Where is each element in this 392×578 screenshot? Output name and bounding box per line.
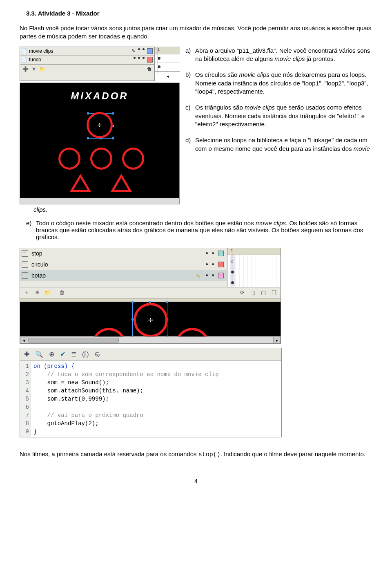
scrollbar[interactable]: ◂ ▸ <box>20 336 281 343</box>
dot-icon <box>206 274 208 276</box>
code-hint-icon[interactable]: (⁅) <box>82 350 89 358</box>
layer-fold-icon[interactable] <box>22 272 28 279</box>
clips-continuation: clips. <box>33 206 372 213</box>
scroll-left-icon[interactable]: ◂ <box>20 337 27 344</box>
playhead-icon <box>158 47 158 73</box>
center-frame-icon[interactable]: ⟳ <box>239 289 245 296</box>
registration-icon: ✢ <box>98 122 102 128</box>
dot-icon <box>212 252 214 254</box>
layer-fold-icon[interactable] <box>22 261 28 268</box>
onion-skin-icon[interactable]: ⬚ <box>249 289 256 296</box>
layer-name: fundo <box>28 57 134 63</box>
layer-color-swatch <box>147 57 153 63</box>
add-script-icon[interactable]: ✚ <box>24 350 29 358</box>
target-icon[interactable]: ⊕ <box>49 350 54 358</box>
final-paragraph: Nos filmes, a primeira camada está reser… <box>20 450 372 459</box>
list-item-c: Os triângulos são movie clips que serão … <box>195 103 372 129</box>
figure-timeline-stage: 📄 movie clips ✎ 📄 fundo <box>20 47 180 204</box>
mixador-main-circle: ✢ <box>87 112 113 138</box>
list-item-d: Selecione os loops na biblioteca e faça … <box>195 136 372 153</box>
actions-toolbar: ✚ 🔍 ⊕ ✔ ≣ (⁅) ୠ <box>20 348 281 361</box>
dot-icon <box>138 48 140 50</box>
list-label: e) <box>20 220 36 240</box>
pencil-icon <box>196 273 202 278</box>
scrollbar[interactable] <box>20 198 179 204</box>
stage-title: MIXADOR <box>20 83 179 102</box>
mixador-effect-triangle <box>70 174 91 192</box>
mixador-loop-circle <box>90 148 112 170</box>
pencil-icon: ✎ <box>131 48 136 54</box>
mixador-loop-circle <box>58 148 80 170</box>
dot-icon <box>143 57 145 59</box>
actions-panel: ✚ 🔍 ⊕ ✔ ≣ (⁅) ୠ 1 2 3 4 5 6 7 8 9 on (pr… <box>20 348 282 437</box>
stage-preview-2: ✢ ◂ ▸ <box>20 298 281 344</box>
mixador-main-circle: ✢ <box>134 303 168 337</box>
add-motion-guide-icon[interactable]: ✳ <box>34 289 40 296</box>
add-guide-icon[interactable]: ✳ <box>32 66 36 72</box>
intro-paragraph: No Flash você pode tocar vários sons jun… <box>20 24 372 41</box>
layer-icon: 📄 <box>21 56 27 63</box>
dot-icon <box>206 263 208 265</box>
add-folder-icon[interactable]: 📁 <box>39 66 45 72</box>
registration-icon: ✢ <box>148 317 153 323</box>
layer-name: circulo <box>30 261 206 268</box>
scroll-right-icon[interactable]: ▸ <box>273 337 281 344</box>
layer-color-swatch <box>218 273 224 278</box>
layer-name: botao <box>30 272 196 279</box>
keyframe-icon <box>231 281 234 284</box>
edit-multiple-icon[interactable]: ⟦⟧ <box>271 289 277 296</box>
dot-icon <box>134 57 136 59</box>
line-gutter: 1 2 3 4 5 6 7 8 9 <box>20 361 31 437</box>
dot-icon <box>143 48 145 50</box>
stage-preview: MIXADOR ✢ <box>20 83 180 204</box>
page-number: 4 <box>20 478 372 484</box>
mixador-effect-triangle <box>111 174 132 192</box>
list-label: c) <box>185 103 195 129</box>
list-item-a: Abra o arquivo "p11_ativ3.fla". Nele voc… <box>195 47 372 63</box>
frame-nav-icon[interactable]: ◂ <box>167 74 169 78</box>
add-layer-icon[interactable]: ＋ <box>23 289 30 296</box>
dot-icon <box>212 274 214 276</box>
layer-fold-icon[interactable] <box>22 250 28 257</box>
keyframe-icon <box>158 65 160 68</box>
section-heading: 3.3. Atividade 3 - Mixador <box>26 10 372 17</box>
trash-icon[interactable]: 🗑 <box>147 66 152 72</box>
list-label: a) <box>185 47 195 63</box>
dot-icon <box>206 252 208 254</box>
figure-timeline-2: stop circulo <box>20 248 281 344</box>
add-folder-icon[interactable]: 📁 <box>45 289 51 296</box>
debug-icon[interactable]: ୠ <box>95 351 100 358</box>
add-layer-icon[interactable]: ➕ <box>22 66 29 72</box>
layer-color-swatch <box>218 251 224 256</box>
list-item-e: Todo o código neste mixador está concent… <box>36 220 372 240</box>
dot-icon <box>212 263 214 265</box>
check-syntax-icon[interactable]: ✔ <box>60 350 65 358</box>
code-editor[interactable]: on (press) { // toca o som correspondent… <box>31 361 281 437</box>
list-label: b) <box>185 71 195 96</box>
keyframe-icon <box>158 57 160 60</box>
list-label: d) <box>185 136 195 153</box>
layer-name: stop <box>30 250 206 257</box>
find-icon[interactable]: 🔍 <box>35 350 43 358</box>
layer-icon: 📄 <box>21 48 27 54</box>
keyframe-icon <box>231 271 234 273</box>
layer-color-swatch <box>147 48 153 54</box>
list-item-b: Os círculos são movie clips que nós deix… <box>195 71 372 96</box>
layer-name: movie clips <box>28 48 131 54</box>
scroll-thumb[interactable] <box>28 338 119 343</box>
layer-color-swatch <box>218 262 224 267</box>
dot-icon <box>138 57 140 59</box>
action-frame-icon: α <box>231 259 234 264</box>
mixador-loop-circle <box>122 148 144 170</box>
onion-outline-icon[interactable]: ▢ <box>260 289 267 296</box>
auto-format-icon[interactable]: ≣ <box>71 350 76 358</box>
trash-icon[interactable]: 🗑 <box>58 289 65 296</box>
